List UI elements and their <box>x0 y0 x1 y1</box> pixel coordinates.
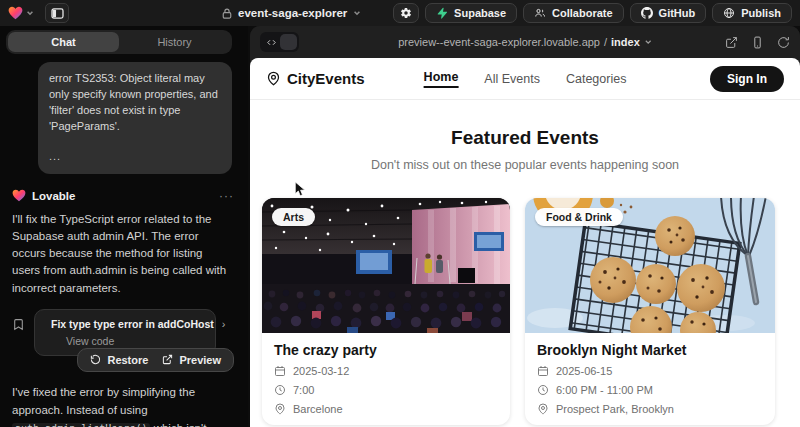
github-icon <box>641 7 653 19</box>
event-card[interactable]: Arts The crazy party 2025-03-12 7:00 Bar… <box>262 198 510 425</box>
lovable-heart-icon <box>12 189 26 202</box>
toggle-knob <box>280 34 297 50</box>
project-switcher[interactable]: event-saga-explorer <box>222 0 361 26</box>
event-image-conference: Arts <box>262 198 510 333</box>
assistant-name: Lovable <box>32 190 75 202</box>
preview-panel: preview--event-saga-explorer.lovable.app… <box>250 26 800 427</box>
category-badge: Food & Drink <box>535 208 623 226</box>
restore-label: Restore <box>107 354 148 366</box>
preview-site: CityEvents Home All Events Categories Si… <box>250 58 800 427</box>
map-pin-icon <box>537 403 549 415</box>
event-time: 6:00 PM - 11:00 PM <box>556 384 653 396</box>
version-actions: Restore Preview <box>77 348 234 372</box>
event-location: Barcelone <box>293 403 343 415</box>
panel-left-icon <box>51 8 64 19</box>
collaborate-label: Collaborate <box>552 7 613 19</box>
code-icon <box>266 38 277 47</box>
map-pin-icon <box>266 71 281 86</box>
assistant-header: Lovable ··· <box>12 189 234 203</box>
bookmark-icon[interactable] <box>12 317 25 332</box>
supabase-label: Supabase <box>454 7 506 19</box>
supabase-button[interactable]: Supabase <box>425 3 517 23</box>
project-name: event-saga-explorer <box>238 7 347 19</box>
nav-categories[interactable]: Categories <box>566 72 626 86</box>
nav-all-events[interactable]: All Events <box>484 72 540 86</box>
preview-page: index <box>611 36 640 48</box>
section-title: Featured Events <box>250 127 800 149</box>
site-nav: Home All Events Categories <box>424 70 627 88</box>
restore-icon <box>90 354 101 365</box>
event-date: 2025-06-15 <box>556 365 612 377</box>
site-header: CityEvents Home All Events Categories Si… <box>250 58 800 100</box>
event-time: 7:00 <box>293 384 314 396</box>
chat-tabs: Chat History <box>6 30 232 54</box>
mobile-view-icon[interactable] <box>751 36 764 49</box>
sign-in-button[interactable]: Sign In <box>710 66 784 92</box>
settings-button[interactable] <box>393 3 419 23</box>
featured-events-list: Arts The crazy party 2025-03-12 7:00 Bar… <box>250 198 800 425</box>
section-subtitle: Don't miss out on these popular events h… <box>250 158 800 172</box>
category-badge: Arts <box>272 208 315 226</box>
more-options-icon[interactable]: ··· <box>219 189 234 203</box>
chevron-down-icon <box>644 38 652 46</box>
mouse-cursor <box>294 181 306 198</box>
preview-label: Preview <box>179 354 221 366</box>
github-button[interactable]: GitHub <box>630 3 707 23</box>
nav-home[interactable]: Home <box>424 70 459 88</box>
people-icon <box>534 7 546 19</box>
user-message-text: error TS2353: Object literal may only sp… <box>49 71 221 135</box>
event-date: 2025-03-12 <box>293 365 349 377</box>
app-topbar: event-saga-explorer Supabase Collaborate <box>0 0 800 26</box>
clock-icon <box>537 384 549 396</box>
followup-text: I've fixed the error by simplifying the … <box>12 386 195 416</box>
chevron-down-icon <box>353 9 361 17</box>
event-title: Brooklyn Night Market <box>537 342 763 358</box>
event-location: Prospect Park, Brooklyn <box>556 403 674 415</box>
publish-button[interactable]: Publish <box>712 3 792 23</box>
globe-icon <box>723 7 735 19</box>
map-pin-icon <box>274 403 286 415</box>
preview-chrome: preview--event-saga-explorer.lovable.app… <box>250 26 800 58</box>
toggle-sidebar-button[interactable] <box>45 3 69 23</box>
view-code-link[interactable]: View code <box>66 335 205 347</box>
user-message-ellipsis: ... <box>49 149 221 165</box>
preview-url: preview--event-saga-explorer.lovable.app <box>398 36 600 48</box>
refresh-icon[interactable] <box>777 36 790 49</box>
collaborate-button[interactable]: Collaborate <box>523 3 624 23</box>
calendar-icon <box>537 365 549 377</box>
code-preview-toggle[interactable] <box>260 32 299 52</box>
lovable-heart-icon <box>8 6 23 20</box>
brand-name: CityEvents <box>287 70 365 87</box>
preview-button[interactable]: Preview <box>162 354 221 366</box>
inline-code: auth.admin.listUsers() <box>12 423 150 427</box>
chat-panel: Chat History error TS2353: Object litera… <box>0 26 248 427</box>
publish-label: Publish <box>741 7 781 19</box>
gear-icon <box>400 7 412 19</box>
chevron-down-icon <box>26 9 34 17</box>
event-image-cookies: Food & Drink <box>525 198 775 333</box>
supabase-icon <box>436 7 448 19</box>
site-brand[interactable]: CityEvents <box>266 70 365 87</box>
chevron-right-icon: › <box>222 318 226 330</box>
fix-title: Fix type type error in addCoHost <box>51 318 214 330</box>
event-title: The crazy party <box>274 342 498 358</box>
restore-button[interactable]: Restore <box>90 354 148 366</box>
assistant-followup: I've fixed the error by simplifying the … <box>12 384 232 427</box>
github-label: GitHub <box>659 7 696 19</box>
assistant-intro: I'll fix the TypeScript error related to… <box>12 211 232 297</box>
tab-history[interactable]: History <box>119 32 230 52</box>
calendar-icon <box>274 365 286 377</box>
event-card[interactable]: Food & Drink Brooklyn Night Market 2025-… <box>525 198 775 425</box>
lock-icon <box>222 8 232 19</box>
url-separator: / <box>604 36 607 48</box>
clock-icon <box>274 384 286 396</box>
tab-chat[interactable]: Chat <box>8 32 119 52</box>
lovable-logo-menu[interactable] <box>8 6 34 20</box>
open-in-new-tab-icon[interactable] <box>725 36 738 49</box>
preview-url-bar[interactable]: preview--event-saga-explorer.lovable.app… <box>398 36 652 48</box>
user-message: error TS2353: Object literal may only sp… <box>38 62 232 174</box>
external-link-icon <box>162 354 173 365</box>
